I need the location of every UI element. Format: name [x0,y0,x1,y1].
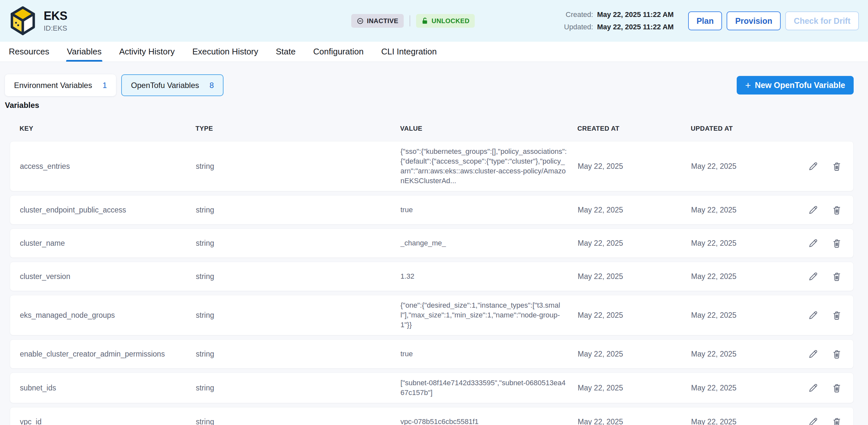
edit-variable-button[interactable] [808,348,819,360]
pencil-icon [808,310,819,321]
variable-key: cluster_version [20,272,196,281]
lock-badge: UNLOCKED [416,14,475,28]
trash-icon [831,204,842,215]
created-label: Created: [564,10,593,19]
provision-button[interactable]: Provision [726,11,781,30]
tab-bar: Resources Variables Activity History Exe… [0,42,868,62]
edit-variable-button[interactable] [808,382,819,393]
environment-id: ID:EKS [44,24,67,33]
edit-variable-button[interactable] [808,310,819,321]
column-value: VALUE [400,125,577,132]
variable-created-at: May 22, 2025 [578,418,691,425]
variable-created-at: May 22, 2025 [578,272,691,281]
column-key: KEY [20,125,195,132]
tab-label: CLI Integration [381,47,437,56]
tab[interactable]: Execution History [192,42,259,62]
tab-environment-variables[interactable]: Environment Variables 1 [5,74,116,96]
check-for-drift-button[interactable]: Check for Drift [785,11,859,30]
edit-variable-button[interactable] [808,416,819,425]
plan-button[interactable]: Plan [688,11,722,30]
variables-content: Environment Variables 1 OpenTofu Variabl… [0,62,868,425]
new-opentofu-variable-label: New OpenTofu Variable [755,81,845,90]
row-actions [797,204,845,215]
tab-label: Resources [9,47,49,56]
edit-variable-button[interactable] [808,271,819,282]
pencil-icon [808,382,819,393]
row-actions [797,310,845,321]
variable-value: vpc-078b51c6cbc5581f1 [400,417,578,425]
variable-type: string [196,418,400,425]
variable-updated-at: May 22, 2025 [691,162,797,171]
tab-label: State [276,47,296,56]
cube-logo-icon [9,6,36,36]
delete-variable-button[interactable] [831,310,842,321]
delete-variable-button[interactable] [831,348,842,360]
tab[interactable]: State [275,42,297,62]
delete-variable-button[interactable] [831,382,842,393]
updated-label: Updated: [564,23,593,31]
tab[interactable]: Configuration [312,42,364,62]
logo-title-block: EKS ID:EKS [9,6,67,36]
trash-icon [831,310,842,321]
edit-variable-button[interactable] [808,161,819,172]
opentofu-variables-count: 8 [210,81,214,90]
tab[interactable]: CLI Integration [380,42,438,62]
variable-updated-at: May 22, 2025 [691,311,797,320]
timestamps: Created: May 22, 2025 11:22 AM Updated: … [564,10,674,31]
variable-value: {"sso":{"kubernetes_groups":[],"policy_a… [400,147,578,186]
delete-variable-button[interactable] [831,204,842,215]
environment-variables-count: 1 [103,81,107,90]
edit-variable-button[interactable] [808,238,819,249]
tab[interactable]: Activity History [119,42,175,62]
variable-key: access_entries [20,162,196,171]
variable-key: cluster_endpoint_public_access [20,206,196,214]
tab-label: Execution History [192,47,258,56]
variable-updated-at: May 22, 2025 [691,350,797,359]
table-row: cluster_version string 1.32 May 22, 2025… [10,262,854,291]
trash-icon [831,271,842,282]
pencil-icon [808,238,819,249]
variable-key: enable_cluster_creator_admin_permissions [20,350,196,359]
table-row: cluster_endpoint_public_access string tr… [10,195,854,224]
variable-key: subnet_ids [20,384,196,392]
row-actions [797,161,845,172]
row-actions [797,271,845,282]
variable-updated-at: May 22, 2025 [691,206,797,214]
new-opentofu-variable-button[interactable]: + New OpenTofu Variable [737,76,854,94]
table-row: access_entries string {"sso":{"kubernete… [10,141,854,191]
row-actions [797,238,845,249]
variable-value: true [400,205,578,215]
trash-icon [831,382,842,393]
section-title: Variables [5,101,854,110]
header-buttons: Plan Provision Check for Drift [688,11,859,30]
pencil-icon [808,204,819,215]
pencil-icon [808,271,819,282]
tab-label: Variables [67,47,101,56]
variable-created-at: May 22, 2025 [578,311,691,320]
status-badges: INACTIVE UNLOCKED [351,14,475,28]
trash-icon [831,348,842,360]
variable-type: string [196,162,400,171]
delete-variable-button[interactable] [831,416,842,425]
trash-icon [831,161,842,172]
trash-icon [831,238,842,249]
tab[interactable]: Variables [66,42,102,62]
variable-created-at: May 22, 2025 [578,239,691,248]
edit-variable-button[interactable] [808,204,819,215]
variable-type: string [196,272,400,281]
variable-created-at: May 22, 2025 [578,384,691,392]
variable-value: true [400,349,578,359]
table-row: cluster_name string _change_me_ May 22, … [10,229,854,258]
variable-key: cluster_name [20,239,196,248]
column-created-at: CREATED AT [577,125,691,132]
updated-value: May 22, 2025 11:22 AM [597,23,674,31]
delete-variable-button[interactable] [831,271,842,282]
trash-icon [831,416,842,425]
variable-value: _change_me_ [400,238,578,248]
tab-opentofu-variables[interactable]: OpenTofu Variables 8 [121,74,223,96]
delete-variable-button[interactable] [831,238,842,249]
delete-variable-button[interactable] [831,161,842,172]
tab[interactable]: Resources [8,42,50,62]
column-type: TYPE [195,125,400,132]
variable-type-switcher: Environment Variables 1 OpenTofu Variabl… [5,74,854,96]
